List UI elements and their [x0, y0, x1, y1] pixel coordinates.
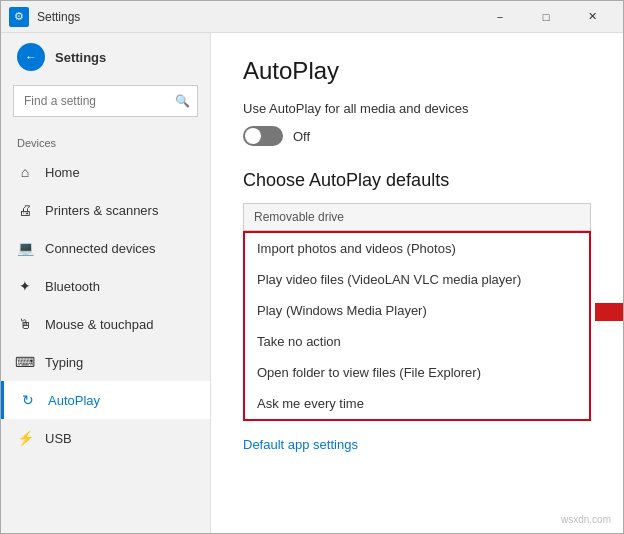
sidebar-item-label-mouse: Mouse & touchpad: [45, 317, 153, 332]
bluetooth-icon: ✦: [17, 278, 33, 294]
typing-icon: ⌨: [17, 354, 33, 370]
page-title: AutoPlay: [243, 57, 591, 85]
home-icon: ⌂: [17, 164, 33, 180]
sidebar-item-label-printers: Printers & scanners: [45, 203, 158, 218]
main-layout: ← Settings 🔍 Devices ⌂ Home 🖨 Printers &…: [1, 33, 623, 533]
toggle-row: Off: [243, 126, 591, 146]
search-input[interactable]: [13, 85, 198, 117]
sidebar-section-label: Devices: [1, 129, 210, 153]
autoplay-icon: ↻: [20, 392, 36, 408]
sidebar-item-label-autoplay: AutoPlay: [48, 393, 100, 408]
toggle-label: Off: [293, 129, 310, 144]
settings-window: ⚙ Settings − □ ✕ ← Settings 🔍 Devices: [0, 0, 624, 534]
autoplay-description: Use AutoPlay for all media and devices: [243, 101, 591, 116]
sidebar-item-connected-devices[interactable]: 💻 Connected devices: [1, 229, 210, 267]
dropdown-box: Import photos and videos (Photos)Play vi…: [243, 231, 591, 421]
back-icon: ←: [25, 50, 37, 64]
app-icon: ⚙: [9, 7, 29, 27]
minimize-button[interactable]: −: [477, 1, 523, 33]
option-play-wmp[interactable]: Play (Windows Media Player): [245, 295, 589, 326]
option-play-video[interactable]: Play video files (VideoLAN VLC media pla…: [245, 264, 589, 295]
defaults-section-title: Choose AutoPlay defaults: [243, 170, 591, 191]
option-import-photos[interactable]: Import photos and videos (Photos): [245, 233, 589, 264]
sidebar: ← Settings 🔍 Devices ⌂ Home 🖨 Printers &…: [1, 33, 211, 533]
options-list: Import photos and videos (Photos)Play vi…: [245, 233, 589, 419]
option-no-action[interactable]: Take no action: [245, 326, 589, 357]
option-ask-me[interactable]: Ask me every time: [245, 388, 589, 419]
sidebar-item-mouse[interactable]: 🖱 Mouse & touchpad: [1, 305, 210, 343]
option-open-folder[interactable]: Open folder to view files (File Explorer…: [245, 357, 589, 388]
sidebar-item-printers[interactable]: 🖨 Printers & scanners: [1, 191, 210, 229]
sidebar-item-autoplay[interactable]: ↻ AutoPlay: [1, 381, 210, 419]
back-button[interactable]: ←: [17, 43, 45, 71]
sidebar-item-label-usb: USB: [45, 431, 72, 446]
sidebar-item-label-typing: Typing: [45, 355, 83, 370]
sidebar-item-home[interactable]: ⌂ Home: [1, 153, 210, 191]
sidebar-item-label-connected-devices: Connected devices: [45, 241, 156, 256]
sidebar-item-label-bluetooth: Bluetooth: [45, 279, 100, 294]
close-button[interactable]: ✕: [569, 1, 615, 33]
sidebar-header: ← Settings: [1, 33, 210, 81]
printers-icon: 🖨: [17, 202, 33, 218]
maximize-button[interactable]: □: [523, 1, 569, 33]
default-app-link[interactable]: Default app settings: [243, 437, 358, 452]
red-arrow: [595, 294, 623, 330]
sidebar-item-label-home: Home: [45, 165, 80, 180]
sidebar-item-bluetooth[interactable]: ✦ Bluetooth: [1, 267, 210, 305]
titlebar: ⚙ Settings − □ ✕: [1, 1, 623, 33]
window-title: Settings: [37, 10, 477, 24]
search-icon: 🔍: [175, 94, 190, 108]
connected-devices-icon: 💻: [17, 240, 33, 256]
content-area: AutoPlay Use AutoPlay for all media and …: [211, 33, 623, 533]
usb-icon: ⚡: [17, 430, 33, 446]
autoplay-toggle[interactable]: [243, 126, 283, 146]
arrow-body: [595, 303, 623, 321]
sidebar-app-title: Settings: [55, 50, 106, 65]
watermark: wsxdn.com: [561, 514, 611, 525]
dropdown-container: Removable drive Import photos and videos…: [243, 203, 591, 421]
sidebar-item-typing[interactable]: ⌨ Typing: [1, 343, 210, 381]
window-controls: − □ ✕: [477, 1, 615, 33]
mouse-icon: 🖱: [17, 316, 33, 332]
sidebar-items: ⌂ Home 🖨 Printers & scanners 💻 Connected…: [1, 153, 210, 457]
search-box: 🔍: [13, 85, 198, 117]
dropdown-header[interactable]: Removable drive: [243, 203, 591, 231]
sidebar-item-usb[interactable]: ⚡ USB: [1, 419, 210, 457]
